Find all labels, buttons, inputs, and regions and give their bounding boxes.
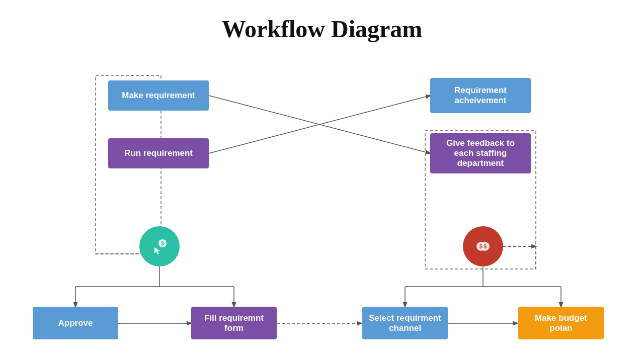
svg-text:$: $ — [484, 243, 487, 249]
red-circle-icon: $ $ — [463, 226, 503, 266]
select-channel-box: Select requirment channel — [362, 307, 448, 339]
green-circle-icon: $ — [139, 226, 180, 266]
page-title: Workflow Diagram — [0, 0, 644, 43]
run-requirement-box: Run requirement — [108, 138, 209, 168]
svg-point-19 — [150, 237, 169, 255]
approve-box: Approve — [33, 307, 118, 339]
svg-text:$: $ — [161, 240, 164, 246]
give-feedback-box: Give feedback to each staffing departmen… — [430, 133, 531, 173]
make-requirement-box: Make requirement — [108, 80, 209, 111]
fill-form-box: Fill requiremnt form — [191, 307, 277, 339]
svg-line-2 — [209, 96, 430, 153]
svg-line-3 — [209, 96, 430, 153]
requirement-achievement-box: Requirement acheivement — [430, 78, 531, 113]
svg-text:$: $ — [479, 243, 482, 249]
make-budget-box: Make budget polan — [518, 307, 604, 339]
